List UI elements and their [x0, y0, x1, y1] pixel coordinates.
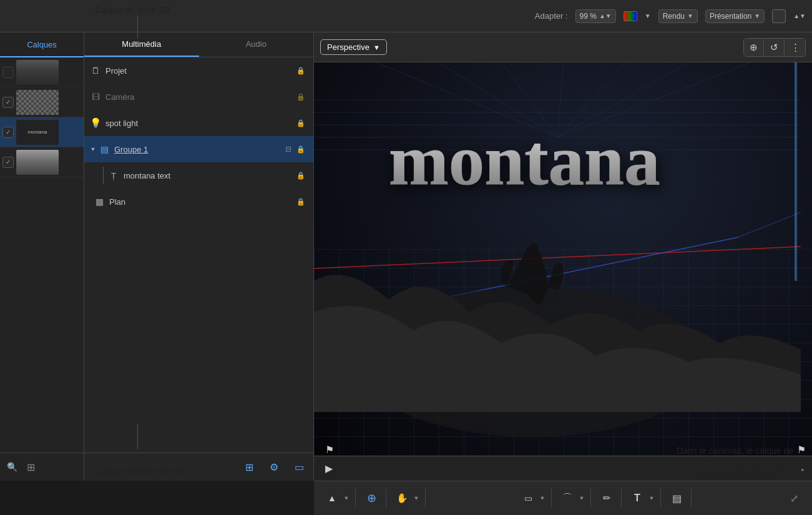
- layer-list: ✓ ✓ montana ✓: [0, 57, 84, 453]
- shape-tool-btn[interactable]: ▭: [519, 489, 537, 508]
- view-controls: ⊕ ↺ ⋮: [743, 38, 806, 57]
- presentation-btn[interactable]: Présentation ▼: [705, 9, 765, 23]
- layer-check-1[interactable]: [2, 67, 14, 78]
- browser-item-projet[interactable]: 🗒 Projet 🔒: [84, 57, 313, 84]
- left-panel: Calques ✓ ✓ montana ✓: [0, 32, 84, 481]
- adapt-label: Adapter :: [535, 11, 568, 21]
- bezier-tool-btn[interactable]: ⌒: [558, 489, 577, 508]
- layer-item[interactable]: ✓ montana: [0, 117, 84, 147]
- presentation-chevron: ▼: [754, 12, 760, 19]
- annotation-top: Calque de texte 3D: [95, 5, 170, 15]
- layer-thumb-2: [16, 90, 59, 115]
- thumb-checker-2: [16, 90, 59, 115]
- montana-lock: 🔒: [296, 170, 306, 180]
- grid-footer-icon[interactable]: ⊞: [241, 459, 257, 475]
- spotlight-icon: 💡: [89, 117, 102, 129]
- canvas-viewport[interactable]: montana montana: [314, 62, 812, 456]
- mid-panel: Multimédia Audio 🗒 Projet 🔒 🎞 Caméra 🔒 💡…: [84, 32, 314, 481]
- thumb-montana-3: montana: [16, 120, 59, 145]
- hand-tool-chevron[interactable]: ▼: [413, 489, 420, 508]
- plan-label: Plan: [109, 197, 293, 207]
- tab-audio[interactable]: Audio: [199, 32, 314, 57]
- pen-tool-btn[interactable]: ✏: [597, 489, 616, 508]
- groupe1-label: Groupe 1: [114, 145, 282, 154]
- layer-item[interactable]: [0, 57, 84, 87]
- view-square-chevron: ▲▼: [793, 12, 806, 19]
- playhead-start: ⚑: [325, 444, 334, 456]
- view-square-btn[interactable]: [772, 9, 786, 23]
- color-chevron: ▼: [645, 12, 651, 19]
- render-chevron: ▼: [687, 12, 693, 19]
- timeline-end-btn[interactable]: ⬩: [800, 463, 806, 474]
- tool-group-select: ▲ ▼: [323, 489, 356, 508]
- tool-group-bezier: ⌒ ▼: [558, 489, 591, 508]
- bottom-toolbar: ▲ ▼ ⊕ ✋ ▼ ▭ ▼ ⌒ ▼ ✏ T ▼ ▤ ⤢: [314, 481, 812, 515]
- montana-icon: Ṭ: [107, 169, 120, 182]
- view-ctrl-more[interactable]: ⋮: [785, 39, 805, 56]
- left-panel-bottom: 🔍 ⊞: [0, 453, 84, 481]
- play-btn[interactable]: ▶: [320, 460, 338, 478]
- perspective-label: Perspective: [327, 42, 369, 52]
- view-ctrl-orbit[interactable]: ⊕: [744, 39, 764, 56]
- spotlight-label: spot light: [105, 119, 293, 128]
- text-tool-chevron[interactable]: ▼: [648, 489, 655, 508]
- render-label: Rendu: [663, 12, 685, 21]
- montana-label: montana text: [124, 171, 293, 180]
- search-icon[interactable]: 🔍: [5, 460, 19, 474]
- view-ctrl-reset[interactable]: ↺: [765, 39, 785, 56]
- render-btn[interactable]: Rendu ▼: [658, 9, 698, 23]
- scene-svg: montana montana: [314, 62, 812, 456]
- calques-tab[interactable]: Calques: [0, 32, 84, 57]
- select-tool-btn[interactable]: ▲: [323, 489, 341, 508]
- zoom-chevron: ▲▼: [599, 12, 612, 19]
- color-picker-btn[interactable]: [624, 11, 637, 21]
- projet-lock: 🔒: [296, 66, 306, 76]
- thumb-landscape2-4: [16, 150, 59, 175]
- hand-tool-btn[interactable]: ✋: [393, 489, 411, 508]
- layer-thumb-4: [16, 150, 59, 175]
- layer-check-3[interactable]: ✓: [2, 127, 14, 138]
- orbit-tool-btn[interactable]: ⊕: [362, 489, 381, 508]
- layer-thumb-3: montana: [16, 120, 59, 145]
- tool-group-pen: ✏: [597, 489, 622, 508]
- shape-tool-chevron[interactable]: ▼: [539, 489, 546, 508]
- layers-mini-btn[interactable]: ▤: [667, 489, 686, 508]
- browser-item-montana[interactable]: Ṭ montana text 🔒: [84, 162, 313, 189]
- select-tool-chevron[interactable]: ▼: [343, 489, 350, 508]
- zoom-value: 99 %: [580, 12, 597, 21]
- bezier-tool-chevron[interactable]: ▼: [578, 489, 585, 508]
- camera-label: Caméra: [105, 92, 293, 102]
- canvas-toolbar: Perspective ▼ ⊕ ↺ ⋮: [314, 32, 812, 62]
- tool-group-shape: ▭ ▼: [519, 489, 552, 508]
- layers-footer-icon[interactable]: ▭: [291, 459, 307, 475]
- svg-text:montana: montana: [389, 120, 660, 200]
- perspective-btn[interactable]: Perspective ▼: [320, 39, 387, 55]
- plan-icon: ▦: [93, 195, 105, 208]
- text-tool-btn[interactable]: T: [628, 489, 647, 508]
- zoom-control[interactable]: 99 % ▲▼: [575, 9, 616, 23]
- browser-item-plan[interactable]: ▦ Plan 🔒: [84, 189, 313, 215]
- gear-footer-icon[interactable]: ⚙: [266, 459, 282, 475]
- annotation-top-line: [137, 16, 138, 38]
- annotation-bottom-left-line: [137, 424, 138, 449]
- thumb-landscape-1: [16, 60, 59, 85]
- groupe-extra-icon: ⊟: [283, 144, 293, 154]
- tool-group-text: T ▼: [628, 489, 661, 508]
- layer-check-4[interactable]: ✓: [2, 157, 14, 168]
- grid-icon[interactable]: ⊞: [24, 460, 37, 474]
- projet-label: Projet: [105, 66, 293, 76]
- projet-icon: 🗒: [89, 64, 102, 77]
- browser-item-spotlight[interactable]: 💡 spot light 🔒: [84, 110, 313, 136]
- expand-btn[interactable]: ⤢: [785, 489, 803, 508]
- browser-item-groupe1[interactable]: ▼ ▤ Groupe 1 ⊟ 🔒: [84, 136, 313, 162]
- playhead-end: ⚑: [797, 444, 806, 456]
- perspective-chevron: ▼: [373, 44, 380, 51]
- groupe-collapse-arrow[interactable]: ▼: [89, 145, 97, 153]
- presentation-label: Présentation: [710, 12, 751, 21]
- layer-item[interactable]: ✓: [0, 87, 84, 117]
- svg-rect-18: [795, 62, 797, 281]
- browser-item-camera[interactable]: 🎞 Caméra 🔒: [84, 84, 313, 110]
- tab-multimedia[interactable]: Multimédia: [84, 32, 199, 57]
- layer-item[interactable]: ✓: [0, 147, 84, 177]
- layer-check-2[interactable]: ✓: [2, 97, 14, 108]
